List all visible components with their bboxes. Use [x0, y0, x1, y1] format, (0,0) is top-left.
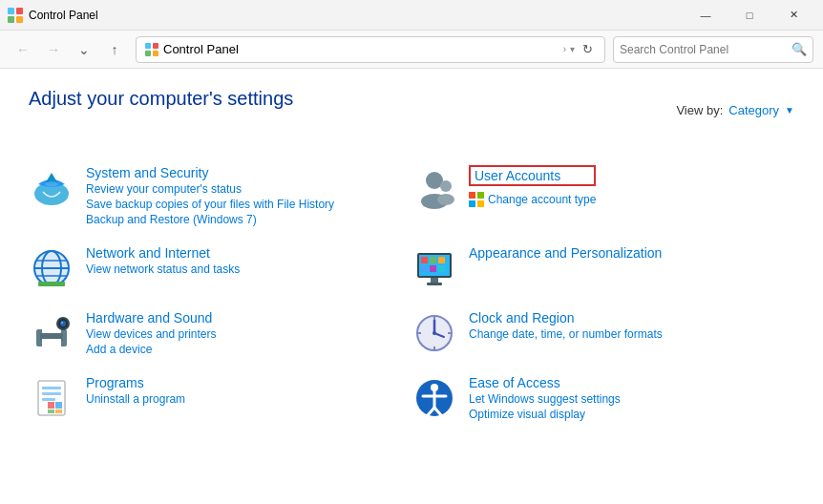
svg-rect-32	[431, 278, 438, 283]
toolbar: ← → ⌄ ↑ Control Panel › ▾ ↻ 🔍	[0, 31, 823, 69]
forward-button[interactable]: →	[40, 36, 67, 63]
system-security-link-2[interactable]: Backup and Restore (Windows 7)	[86, 213, 334, 226]
address-bar-icon	[144, 42, 159, 57]
svg-rect-14	[477, 192, 484, 199]
app-icon	[8, 8, 23, 23]
svg-rect-33	[427, 283, 442, 285]
svg-rect-7	[153, 51, 158, 56]
clock-region-title[interactable]: Clock and Region	[469, 310, 663, 326]
category-user-accounts: User Accounts Change account type	[412, 156, 794, 236]
svg-point-40	[60, 321, 66, 326]
svg-point-41	[61, 322, 63, 324]
programs-content: Programs Uninstall a program	[86, 375, 185, 406]
view-by-dropdown-icon[interactable]: ▼	[785, 105, 794, 116]
back-button[interactable]: ←	[10, 36, 36, 63]
hardware-sound-icon	[29, 310, 74, 356]
svg-rect-53	[42, 392, 61, 395]
svg-rect-57	[48, 410, 54, 413]
svg-point-12	[437, 194, 454, 205]
search-icon: 🔍	[791, 42, 807, 56]
system-security-link-1[interactable]: Save backup copies of your files with Fi…	[86, 198, 334, 211]
minimize-button[interactable]: —	[684, 0, 728, 31]
svg-rect-29	[421, 265, 428, 272]
view-by-control: View by: Category ▼	[676, 103, 794, 117]
svg-rect-1	[16, 8, 23, 14]
page-title: Adjust your computer's settings	[29, 88, 293, 110]
svg-point-11	[440, 180, 452, 192]
hardware-sound-link-0[interactable]: View devices and printers	[86, 327, 217, 341]
clock-region-link-0[interactable]: Change date, time, or number formats	[469, 327, 663, 341]
close-button[interactable]: ✕	[771, 0, 815, 31]
svg-point-46	[433, 331, 436, 335]
category-ease-of-access: Ease of Access Let Windows suggest setti…	[412, 366, 794, 430]
change-account-icon	[469, 192, 484, 207]
appearance-content: Appearance and Personalization	[469, 245, 662, 261]
svg-rect-0	[8, 8, 14, 14]
search-input[interactable]	[620, 43, 788, 56]
network-internet-link-0[interactable]: View network status and tasks	[86, 262, 240, 276]
content-area: Adjust your computer's settings View by:…	[0, 69, 823, 504]
ease-of-access-link-0[interactable]: Let Windows suggest settings	[469, 392, 621, 406]
clock-region-content: Clock and Region Change date, time, or n…	[469, 310, 663, 341]
programs-icon	[29, 375, 74, 421]
svg-rect-37	[42, 339, 61, 350]
svg-rect-23	[38, 282, 65, 286]
up-button[interactable]: ↑	[101, 36, 128, 63]
programs-title[interactable]: Programs	[86, 375, 185, 390]
ease-of-access-title[interactable]: Ease of Access	[469, 375, 621, 390]
address-dropdown[interactable]: ▾	[570, 44, 575, 54]
svg-rect-13	[469, 192, 475, 199]
svg-rect-6	[145, 51, 151, 56]
svg-rect-56	[55, 402, 62, 409]
svg-rect-15	[469, 200, 475, 207]
svg-rect-28	[438, 257, 445, 263]
window-title: Control Panel	[29, 9, 684, 22]
system-security-icon	[29, 165, 74, 211]
system-security-title[interactable]: System and Security	[86, 165, 334, 180]
view-by-value[interactable]: Category	[728, 103, 779, 117]
clock-region-icon	[412, 310, 457, 356]
hardware-sound-title[interactable]: Hardware and Sound	[86, 310, 217, 326]
network-internet-icon	[29, 245, 74, 291]
category-system-security: System and Security Review your computer…	[29, 156, 412, 236]
svg-rect-4	[145, 43, 151, 49]
search-box[interactable]: 🔍	[613, 36, 813, 63]
maximize-button[interactable]: □	[728, 0, 771, 31]
network-internet-title[interactable]: Network and Internet	[86, 245, 240, 261]
network-internet-content: Network and Internet View network status…	[86, 245, 240, 276]
recent-button[interactable]: ⌄	[71, 36, 97, 63]
svg-rect-31	[438, 265, 445, 272]
refresh-button[interactable]: ↻	[579, 42, 597, 56]
svg-rect-52	[42, 387, 61, 389]
system-security-content: System and Security Review your computer…	[86, 165, 334, 226]
category-network-internet: Network and Internet View network status…	[29, 236, 412, 301]
window-controls: — □ ✕	[684, 0, 815, 31]
hardware-sound-content: Hardware and Sound View devices and prin…	[86, 310, 217, 356]
system-security-link-0[interactable]: Review your computer's status	[86, 182, 334, 196]
category-clock-region: Clock and Region Change date, time, or n…	[412, 301, 794, 366]
user-accounts-content: User Accounts Change account type	[469, 165, 596, 207]
user-accounts-link-0[interactable]: Change account type	[488, 193, 596, 206]
svg-rect-26	[421, 257, 428, 263]
view-by-label: View by:	[676, 103, 723, 117]
svg-rect-58	[55, 410, 62, 413]
svg-rect-5	[153, 43, 158, 49]
ease-of-access-link-1[interactable]: Optimize visual display	[469, 408, 621, 421]
category-hardware-sound: Hardware and Sound View devices and prin…	[29, 301, 412, 366]
svg-rect-3	[16, 16, 23, 23]
categories-grid: System and Security Review your computer…	[29, 156, 794, 430]
title-bar: Control Panel — □ ✕	[0, 0, 823, 31]
user-accounts-title[interactable]: User Accounts	[469, 165, 596, 186]
address-bar[interactable]: Control Panel › ▾ ↻	[136, 36, 605, 63]
svg-rect-16	[477, 200, 484, 207]
svg-rect-55	[48, 402, 54, 409]
appearance-icon	[412, 245, 457, 291]
ease-of-access-content: Ease of Access Let Windows suggest setti…	[469, 375, 621, 421]
address-chevron: ›	[563, 44, 566, 54]
svg-rect-27	[430, 257, 436, 263]
hardware-sound-link-1[interactable]: Add a device	[86, 343, 217, 356]
programs-link-0[interactable]: Uninstall a program	[86, 392, 185, 406]
user-accounts-icon	[412, 165, 457, 211]
ease-of-access-icon	[412, 375, 457, 421]
appearance-title[interactable]: Appearance and Personalization	[469, 245, 662, 261]
